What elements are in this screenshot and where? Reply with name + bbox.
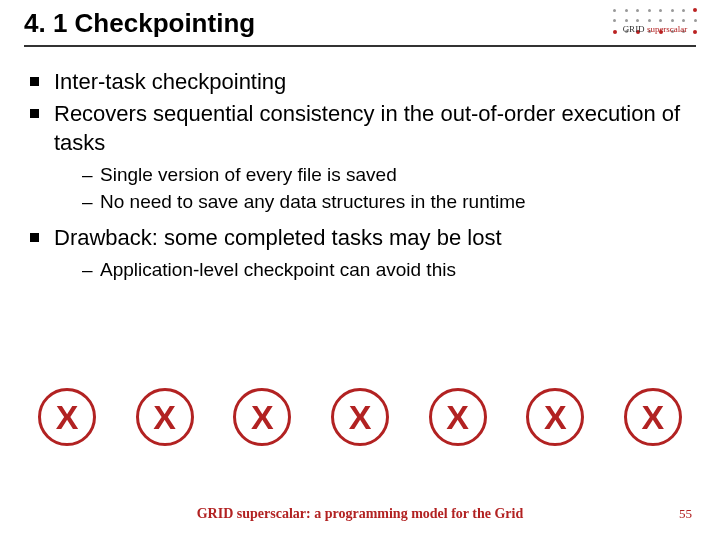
x-marker-icon: X [526,388,584,446]
logo-text-superscalar: superscalar [647,24,687,34]
sub-bullet-item: Application-level checkpoint can avoid t… [82,257,692,284]
sub-bullet-item: No need to save any data structures in t… [82,189,692,216]
bullet-text: Inter-task checkpointing [54,69,286,94]
x-marker-icon: X [38,388,96,446]
grid-superscalar-logo: GRID superscalar [610,6,700,52]
bullet-text: Recovers sequential consistency in the o… [54,101,680,156]
footer-text: GRID superscalar: a programming model fo… [0,506,720,522]
page-number: 55 [679,506,692,522]
logo-text-grid: GRID [623,24,645,34]
x-marker-icon: X [624,388,682,446]
x-marker-icon: X [233,388,291,446]
x-marker-icon: X [331,388,389,446]
slide-content: Inter-task checkpointing Recovers sequen… [0,47,720,284]
bullet-item: Drawback: some completed tasks may be lo… [28,223,692,283]
x-marker-icon: X [136,388,194,446]
bullet-item: Recovers sequential consistency in the o… [28,99,692,216]
bullet-text: Drawback: some completed tasks may be lo… [54,225,502,250]
sub-bullet-item: Single version of every file is saved [82,162,692,189]
x-marker-row: X X X X X X X [0,388,720,446]
bullet-item: Inter-task checkpointing [28,67,692,97]
x-marker-icon: X [429,388,487,446]
